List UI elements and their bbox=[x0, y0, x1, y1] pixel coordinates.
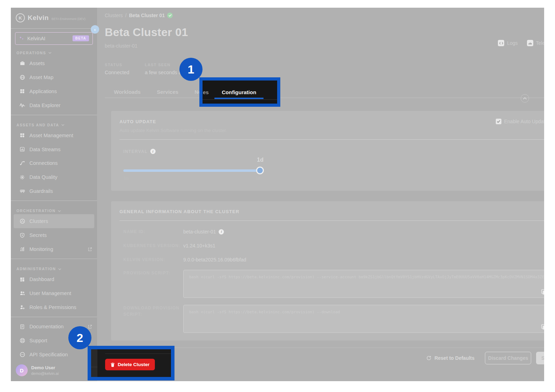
sidebar-section-operations[interactable]: OPERATIONS bbox=[11, 46, 97, 56]
kelvin-version-label: KELVIN VERSION: bbox=[119, 257, 183, 263]
sidebar-item-clusters[interactable]: Clusters bbox=[14, 214, 94, 228]
section-header-label: OPERATIONS bbox=[16, 51, 46, 55]
info-icon[interactable]: i bbox=[150, 149, 156, 154]
pulse-icon bbox=[19, 102, 25, 108]
provision-script-label: PROVISION SCRIPT: bbox=[119, 270, 183, 276]
sidebar-item-asset-management[interactable]: Asset Management bbox=[11, 128, 97, 142]
sidebar-item-data-streams[interactable]: Data Streams bbox=[11, 142, 97, 156]
sidebar-item-assets[interactable]: Assets bbox=[11, 56, 97, 70]
kubernetes-version-row: KUBERNETES VERSION: v1.24.10+k3s1 bbox=[119, 243, 544, 249]
kelvin-version-value: 9.0.0-beta2025.16.09b6fbfad bbox=[183, 257, 246, 262]
sidebar-section-assets-and-data[interactable]: ASSETS AND DATA bbox=[11, 118, 97, 128]
page-title: Beta Cluster 01 bbox=[105, 26, 544, 39]
discard-changes-button[interactable]: Discard Changes bbox=[485, 352, 531, 364]
sidebar-section-administration[interactable]: ADMINISTRATION bbox=[11, 261, 97, 272]
auto-update-title: AUTO UPDATE bbox=[119, 119, 156, 124]
reset-to-defaults-button[interactable]: Reset to Defaults bbox=[426, 355, 474, 361]
sidebar-item-label: Support bbox=[29, 338, 47, 343]
document-icon bbox=[19, 324, 25, 330]
telemetry-button[interactable]: Telemetry bbox=[527, 40, 544, 46]
slider-handle[interactable] bbox=[256, 167, 264, 174]
monitoring-chart-icon bbox=[19, 246, 25, 252]
sidebar-item-label: Asset Management bbox=[29, 133, 73, 138]
provision-script-box: bash <(curl -sfS https://beta.kelvininc.… bbox=[183, 270, 544, 298]
grid-icon bbox=[19, 88, 25, 94]
sidebar-item-label: Assets bbox=[29, 61, 45, 66]
api-icon bbox=[19, 352, 25, 358]
sidebar-item-kelvinai[interactable]: KelvinAI BETA bbox=[15, 32, 93, 45]
sidebar-item-label: Data Explorer bbox=[29, 103, 61, 108]
slider-min-label: 1m bbox=[123, 176, 129, 180]
code-icon bbox=[498, 40, 504, 46]
sidebar-item-label: Data Streams bbox=[29, 147, 61, 152]
tab-bar: Workloads Services Nodes Configuration bbox=[105, 86, 544, 98]
kelvin-version-row: KELVIN VERSION: 9.0.0-beta2025.16.09b6fb… bbox=[119, 257, 544, 263]
slider-max-label: 1d bbox=[256, 176, 260, 180]
sidebar-item-label: Asset Map bbox=[29, 75, 54, 80]
sidebar-item-secrets[interactable]: Secrets bbox=[11, 228, 97, 242]
interval-slider[interactable]: 1d 1m 1d bbox=[123, 169, 260, 180]
breadcrumb-current: Beta Cluster 01 bbox=[129, 13, 165, 18]
collapse-header-button[interactable] bbox=[521, 94, 529, 103]
sidebar-item-dashboard[interactable]: Dashboard bbox=[11, 272, 97, 286]
user-profile[interactable]: D Demo User demo@kelvin.ai bbox=[11, 362, 97, 381]
sidebar-item-asset-map[interactable]: Asset Map bbox=[11, 70, 97, 84]
tab-workloads[interactable]: Workloads bbox=[114, 89, 141, 95]
sidebar-item-label: Applications bbox=[29, 89, 57, 94]
connected-check-icon bbox=[167, 13, 173, 18]
trash-icon bbox=[110, 362, 115, 367]
nodes-tab-fragment: es bbox=[203, 89, 209, 95]
enable-auto-updates-checkbox[interactable]: Enable Auto Updates bbox=[496, 119, 544, 124]
tab-divider-dark bbox=[203, 99, 277, 100]
breadcrumb-separator: / bbox=[125, 13, 126, 18]
logs-label: Logs bbox=[507, 40, 518, 46]
kubernetes-version-value: v1.24.10+k3s1 bbox=[183, 243, 215, 248]
shield-lock-icon bbox=[19, 232, 25, 238]
slider-value: 1d bbox=[257, 157, 263, 163]
download-script-code: bash <(curl -sfS https://beta.kelvininc.… bbox=[189, 310, 544, 314]
sidebar-item-guardrails[interactable]: Guardrails bbox=[11, 184, 97, 198]
sidebar-collapse-button[interactable]: ‹ bbox=[91, 25, 99, 34]
sidebar-item-applications[interactable]: Applications bbox=[11, 84, 97, 98]
download-script-label: DOWNLOAD PROVISION SCRIPT: bbox=[119, 305, 183, 317]
sidebar-section-orchestration[interactable]: ORCHESTRATION bbox=[11, 203, 97, 214]
sidebar-item-monitoring[interactable]: Monitoring bbox=[11, 242, 97, 256]
sidebar-item-data-quality[interactable]: Data Quality bbox=[11, 170, 97, 184]
tab-configuration-active[interactable]: Configuration bbox=[222, 89, 256, 95]
tab-divider bbox=[105, 98, 544, 98]
sidebar-item-connections[interactable]: Connections bbox=[11, 156, 97, 170]
sidebar-item-label: Monitoring bbox=[29, 246, 53, 252]
delete-cluster-button[interactable]: Delete Cluster bbox=[105, 359, 155, 370]
copy-icon[interactable] bbox=[541, 289, 544, 295]
sidebar-item-label: Secrets bbox=[29, 232, 47, 238]
environment-label: BETA Environment (DEV) bbox=[52, 17, 85, 21]
sidebar-item-label: Dashboard bbox=[29, 276, 54, 282]
logs-button[interactable]: Logs bbox=[498, 40, 518, 46]
sidebar-item-label: User Management bbox=[29, 290, 71, 296]
sidebar-item-roles-permissions[interactable]: Roles & Permissions bbox=[11, 300, 97, 314]
chevron-down-icon bbox=[58, 210, 61, 212]
user-email: demo@kelvin.ai bbox=[31, 371, 59, 376]
tab-services[interactable]: Services bbox=[157, 89, 178, 95]
active-tab-underline bbox=[214, 98, 263, 99]
sidebar-item-api-specification[interactable]: API Specification bbox=[11, 348, 97, 362]
avatar: D bbox=[16, 364, 28, 376]
sidebar-divider bbox=[11, 317, 97, 317]
status-value: Connected bbox=[105, 70, 129, 75]
sidebar-divider bbox=[11, 259, 97, 259]
sidebar-divider bbox=[11, 115, 97, 115]
slider-track[interactable] bbox=[123, 169, 260, 172]
annotation-highlight-delete: Delete Cluster bbox=[88, 346, 174, 380]
status-label: STATUS bbox=[105, 63, 129, 67]
page-subtitle: beta-cluster-01 bbox=[105, 43, 544, 49]
bar-chart-icon bbox=[19, 146, 25, 152]
copy-icon[interactable] bbox=[541, 324, 544, 330]
reset-label: Reset to Defaults bbox=[434, 355, 474, 361]
sidebar-item-data-explorer[interactable]: Data Explorer bbox=[11, 98, 97, 112]
user-name: Demo User bbox=[31, 365, 59, 370]
sidebar-item-user-management[interactable]: User Management bbox=[11, 286, 97, 300]
info-icon[interactable]: i bbox=[219, 229, 224, 234]
breadcrumb-clusters-link[interactable]: Clusters bbox=[105, 13, 123, 18]
save-button[interactable]: Save bbox=[536, 352, 544, 364]
chevron-down-icon bbox=[58, 268, 61, 270]
